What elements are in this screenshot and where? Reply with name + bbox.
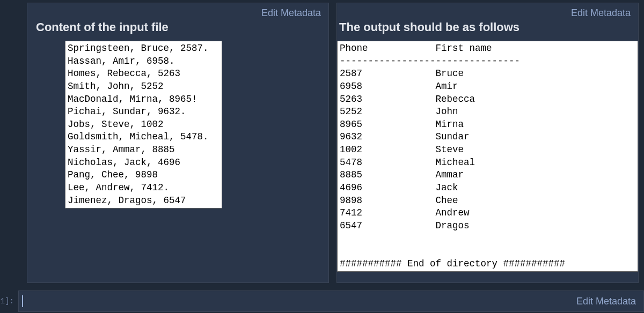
text-cursor — [22, 295, 23, 307]
edit-metadata-button[interactable]: Edit Metadata — [576, 296, 636, 307]
bottom-input-row: 1]: Edit Metadata — [0, 289, 644, 313]
notebook-row: Edit Metadata Content of the input file … — [0, 0, 644, 286]
code-input-cell[interactable]: Edit Metadata — [18, 290, 644, 312]
cell-prompt: 1]: — [0, 297, 16, 305]
output-content: Phone First name -----------------------… — [337, 41, 638, 272]
edit-metadata-button[interactable]: Edit Metadata — [564, 3, 638, 21]
left-cell: Edit Metadata Content of the input file … — [27, 3, 329, 283]
edit-metadata-button[interactable]: Edit Metadata — [254, 3, 328, 21]
right-block-wrap: Phone First name -----------------------… — [337, 41, 638, 272]
left-block-wrap: Springsteen, Bruce, 2587. Hassan, Amir, … — [27, 41, 328, 216]
right-cell: Edit Metadata The output should be as fo… — [336, 3, 639, 283]
input-file-content: Springsteen, Bruce, 2587. Hassan, Amir, … — [65, 41, 222, 208]
